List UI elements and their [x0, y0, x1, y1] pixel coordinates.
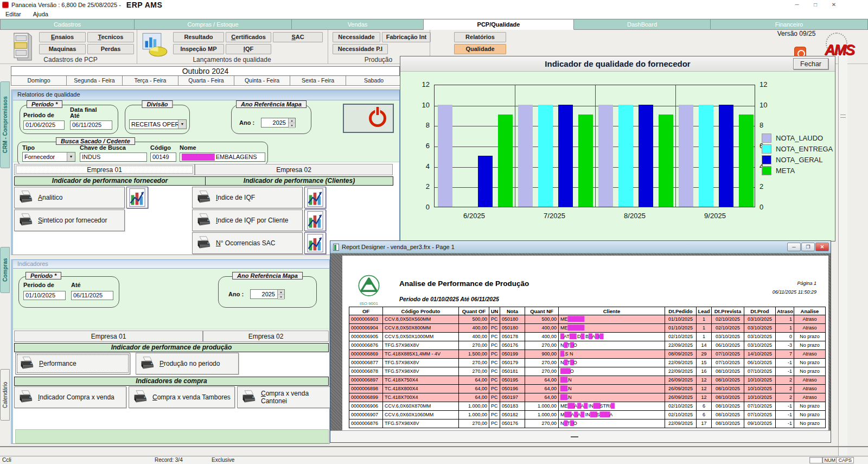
- ano-spinner[interactable]: 2025 ▲▼: [261, 118, 296, 128]
- indice-de-iqf-por-cliente-button[interactable]: Indice de IQF por Cliente: [192, 209, 303, 231]
- fechar-button[interactable]: Fechar: [793, 58, 828, 69]
- calendar-day-segunda-feira[interactable]: Segunda - Feira: [67, 76, 123, 86]
- cell: Atraso: [794, 385, 826, 393]
- maquinas-button[interactable]: Maquinas: [39, 44, 86, 54]
- calendar-day-quinta-feira[interactable]: Quinta - Feira: [234, 76, 290, 86]
- cell: 07/10/2025: [744, 411, 776, 419]
- perdas-button[interactable]: Perdas: [87, 44, 134, 54]
- calendar-day-sexta-feira[interactable]: Sexta - Feira: [290, 76, 346, 86]
- tab-empresa-01[interactable]: Empresa 01: [14, 164, 195, 175]
- chevron-down-icon[interactable]: ▼: [67, 152, 75, 161]
- chart-icon-button[interactable]: [126, 187, 148, 208]
- necessidade-button[interactable]: Necessidade: [333, 32, 380, 42]
- minimize-icon[interactable]: ─: [787, 243, 801, 251]
- minimize-icon[interactable]: ─: [791, 1, 803, 9]
- resultado-ensaio-button[interactable]: Resultado Ensaio: [173, 32, 224, 42]
- menu-editar[interactable]: Editar: [5, 11, 21, 17]
- close-icon[interactable]: ✕: [828, 1, 840, 9]
- chart-icon-button[interactable]: [304, 209, 326, 231]
- tab-empresa-02[interactable]: Empresa 02: [203, 330, 329, 342]
- cell: 02/10/2025: [665, 402, 697, 411]
- produ-o-no-periodo-button[interactable]: Produção no periodo: [136, 353, 239, 374]
- chevron-down-icon[interactable]: ▼: [178, 120, 186, 129]
- periodo2-ate-field[interactable]: 06/11/2025: [71, 291, 113, 300]
- calendar-day-quarta-feira[interactable]: Quarta - Feira: [178, 76, 234, 86]
- necessidade-p-i-button[interactable]: Necessidade P.I: [333, 44, 388, 54]
- codigo-field[interactable]: 00149: [150, 152, 176, 162]
- relat-rios-button[interactable]: Relatórios: [454, 32, 506, 42]
- cell: ME█████: [559, 324, 665, 333]
- tab-empresa-02[interactable]: Empresa 02: [195, 164, 393, 175]
- chart-icon-button[interactable]: [304, 187, 326, 208]
- cell: 050196: [500, 385, 525, 393]
- chart-icon-button[interactable]: [304, 232, 326, 254]
- indice-de-iqf-button[interactable]: Indice de IQF: [192, 187, 303, 208]
- sidebar-tab-crm-compromissos[interactable]: CRM - Compromissos: [0, 81, 10, 168]
- tab-compras-estoque[interactable]: Compras / Estoque: [135, 19, 292, 30]
- horizontal-scrollbar[interactable]: [330, 430, 831, 442]
- menu-ajuda[interactable]: Ajuda: [33, 11, 48, 17]
- close-icon[interactable]: ✕: [815, 243, 829, 251]
- tecnicos-button[interactable]: Tecnicos: [87, 32, 134, 42]
- calendar-day-sabado[interactable]: Sabado: [346, 76, 400, 86]
- group-separator: [675, 85, 676, 207]
- inspe-o-mp-button[interactable]: Inspeção MP: [173, 44, 224, 54]
- restore-icon[interactable]: ❐: [801, 243, 815, 251]
- ensaios-button[interactable]: Ensaios: [39, 32, 86, 42]
- tab-vendas[interactable]: Vendas: [292, 19, 424, 30]
- exit-button[interactable]: [343, 104, 394, 133]
- spin-down-icon[interactable]: ▼: [278, 295, 284, 300]
- section-performance-clientes: Indicador de performance (Clientes): [205, 177, 393, 185]
- calendar-day-ter-a-feira[interactable]: Terça - Feira: [123, 76, 178, 86]
- qualidade-button[interactable]: Qualidade: [454, 44, 506, 54]
- cell: TC.418X800X4: [383, 385, 459, 393]
- cell: 1: [776, 315, 794, 324]
- spin-up-icon[interactable]: ▲: [289, 118, 295, 123]
- performance-button[interactable]: Performance: [15, 353, 130, 374]
- indicador-compra-x-venda-button[interactable]: Indicador Compra x venda: [14, 386, 126, 408]
- tab-empresa-01[interactable]: Empresa 01: [14, 330, 203, 342]
- divisao-select[interactable]: RECEITAS OPERAC ▼: [129, 119, 187, 129]
- sintetico-por-fornecedor-button[interactable]: Sintetico por fornecedor: [14, 209, 125, 231]
- spin-down-icon[interactable]: ▼: [289, 123, 295, 128]
- tab-cadastros[interactable]: Cadastros: [0, 19, 135, 30]
- n-ocorrencias-sac-button[interactable]: N° Ocorrencias SAC: [192, 232, 303, 254]
- cell: 08/10/2025: [712, 393, 744, 402]
- analitico-button[interactable]: Analitico: [14, 187, 125, 208]
- tab-pcp-qualidade[interactable]: PCP/Qualidade: [424, 19, 574, 30]
- ano2-spinner[interactable]: 2025 ▲▼: [250, 289, 285, 299]
- cell: 1: [697, 324, 712, 333]
- printer-icon: [17, 390, 34, 405]
- cell: 0000006869: [349, 350, 383, 359]
- compra-x-venda-cantonei-button[interactable]: Compra x venda Cantonei: [237, 386, 331, 408]
- nome-field[interactable]: ████████ EMBALAGENS: [180, 152, 265, 162]
- y-tick-label: 0: [760, 203, 780, 211]
- cell: TC.418X750X4: [383, 376, 459, 385]
- tab-financeiro[interactable]: Financeiro: [711, 19, 868, 30]
- y-tick-label: 6: [409, 142, 430, 150]
- scrollbar-thumb[interactable]: [571, 436, 578, 437]
- cell: 0000006904: [349, 324, 383, 333]
- cell: PC: [489, 359, 500, 367]
- data-final-field[interactable]: 06/11/2025: [70, 120, 112, 130]
- chave-busca-field[interactable]: INDUS: [80, 152, 147, 162]
- sidebar-tab-compras[interactable]: Compras: [0, 247, 10, 293]
- iqf-button[interactable]: IQF: [226, 44, 271, 54]
- periodo2-de-field[interactable]: 01/10/2025: [23, 291, 66, 300]
- periodo-de-field[interactable]: 01/06/2025: [23, 120, 65, 130]
- sac-button[interactable]: SAC: [273, 32, 323, 42]
- fabrica-o-int-button[interactable]: Fabricação Int: [382, 32, 431, 42]
- calendar-day-domingo[interactable]: Domingo: [11, 76, 67, 86]
- spin-up-icon[interactable]: ▲: [278, 290, 284, 295]
- certificados-button[interactable]: Certificados: [226, 32, 271, 42]
- right-scroll-gutter[interactable]: [838, 56, 847, 456]
- report-window-titlebar[interactable]: Report Designer - venda_per3.frx - Page …: [330, 241, 831, 253]
- tab-dashboard[interactable]: DashBoard: [574, 19, 711, 30]
- compra-x-venda-tambores-button[interactable]: Compra x venda Tambores: [129, 386, 235, 408]
- cell: 0000006903: [349, 315, 383, 324]
- sidebar-tab-calendario[interactable]: Calendário: [0, 369, 10, 421]
- maximize-icon[interactable]: □: [809, 1, 821, 9]
- x-tick-label: 7/2025: [514, 212, 595, 220]
- tipo-select[interactable]: Fornecedor ▼: [22, 152, 75, 162]
- cell: 03/10/2025: [712, 333, 744, 341]
